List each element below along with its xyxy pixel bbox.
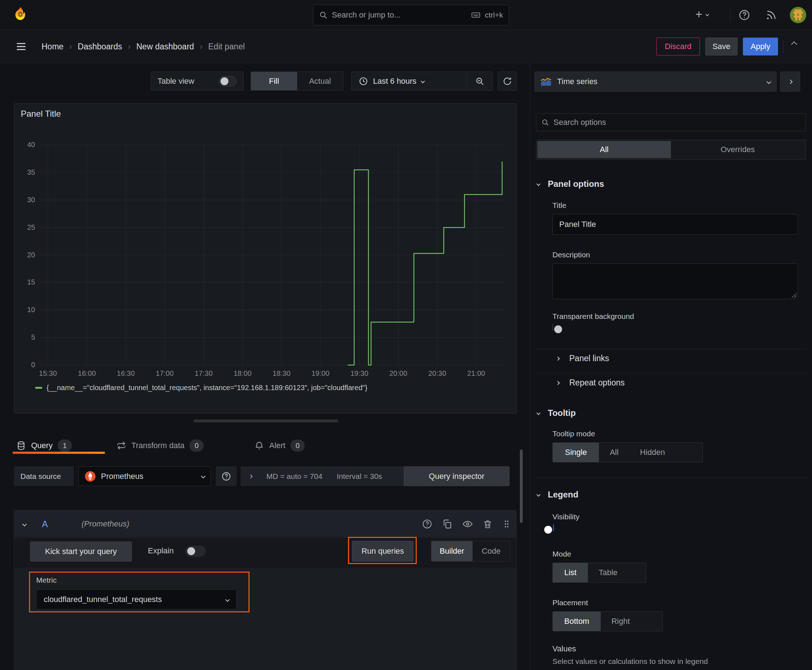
panel-resize-handle[interactable] bbox=[193, 420, 338, 422]
transparent-bg-toggle[interactable] bbox=[553, 324, 553, 331]
time-range-picker[interactable]: Last 6 hours bbox=[352, 72, 467, 90]
visibility-label: Visibility bbox=[553, 513, 579, 521]
tab-alert[interactable]: Alert 0 bbox=[254, 440, 305, 452]
time-series-chart[interactable] bbox=[40, 142, 504, 365]
top-bar: Search or jump to... ctrl+k bbox=[0, 0, 812, 30]
tab-alert-label: Alert bbox=[269, 441, 285, 450]
collapse-header-button[interactable] bbox=[792, 42, 796, 47]
panel-title[interactable]: Panel Title bbox=[21, 109, 61, 119]
legend-series-name[interactable]: {__name__="cloudflared_tunnel_total_requ… bbox=[47, 384, 367, 392]
rss-icon bbox=[765, 9, 777, 21]
keyboard-icon bbox=[471, 10, 480, 20]
help-icon bbox=[738, 9, 751, 21]
tab-transform-data[interactable]: Transform data 0 bbox=[116, 440, 204, 452]
breadcrumb-home[interactable]: Home bbox=[42, 42, 63, 52]
y-tick-label: 30 bbox=[14, 196, 35, 204]
panel-options-header[interactable]: Panel options bbox=[537, 179, 604, 189]
query-inspector-button[interactable]: Query inspector bbox=[404, 466, 509, 486]
menu-toggle-button[interactable] bbox=[16, 42, 27, 51]
zoom-out-icon bbox=[475, 76, 485, 86]
time-controls: Last 6 hours bbox=[351, 71, 493, 91]
query-row-actions bbox=[422, 510, 511, 538]
drag-query-handle[interactable] bbox=[502, 519, 511, 530]
promql-builder: Metric cloudflared_tunnel_total_requests… bbox=[14, 568, 517, 670]
placement-right-option[interactable]: Right bbox=[601, 612, 641, 631]
metric-value: cloudflared_tunnel_total_requests bbox=[44, 595, 226, 604]
resize-handle-icon[interactable] bbox=[792, 293, 797, 298]
tab-query[interactable]: Query 1 bbox=[16, 440, 72, 452]
run-queries-button[interactable]: Run queries bbox=[352, 541, 414, 562]
discard-button[interactable]: Discard bbox=[656, 37, 700, 56]
table-view-toggle[interactable] bbox=[219, 76, 237, 86]
remove-query-button[interactable] bbox=[483, 519, 493, 530]
panel: Panel Title {__name__="cloudflared_tunne… bbox=[14, 103, 517, 413]
global-search[interactable]: Search or jump to... ctrl+k bbox=[313, 5, 509, 25]
query-help-button[interactable] bbox=[422, 519, 432, 530]
datasource-help-button[interactable] bbox=[216, 466, 237, 486]
collapse-options-button[interactable] bbox=[780, 71, 800, 91]
placement-bottom-option[interactable]: Bottom bbox=[553, 612, 601, 631]
legend-list-option[interactable]: List bbox=[553, 563, 588, 582]
eye-icon bbox=[462, 519, 473, 530]
legend-table-option[interactable]: Table bbox=[588, 563, 628, 582]
tooltip-hidden-option[interactable]: Hidden bbox=[629, 443, 676, 462]
actual-option[interactable]: Actual bbox=[297, 72, 343, 90]
datasource-picker[interactable]: Prometheus bbox=[78, 466, 211, 486]
y-tick-label: 20 bbox=[14, 251, 35, 259]
scrollbar-thumb[interactable] bbox=[520, 450, 523, 523]
builder-option[interactable]: Builder bbox=[431, 541, 473, 561]
explain-toggle[interactable] bbox=[185, 546, 205, 557]
visualization-picker[interactable]: Time series bbox=[534, 71, 776, 91]
hide-query-button[interactable] bbox=[462, 519, 473, 530]
datasource-label: Data source bbox=[14, 466, 74, 486]
search-shortcut: ctrl+k bbox=[485, 11, 503, 19]
title-input[interactable] bbox=[553, 214, 798, 235]
hamburger-icon bbox=[16, 42, 27, 51]
table-view-control: Table view bbox=[151, 71, 244, 91]
tooltip-all-option[interactable]: All bbox=[599, 443, 629, 462]
code-option[interactable]: Code bbox=[473, 541, 510, 561]
tab-all[interactable]: All bbox=[537, 141, 671, 158]
save-button[interactable]: Save bbox=[705, 37, 737, 56]
search-placeholder: Search or jump to... bbox=[332, 10, 467, 20]
y-tick-label: 10 bbox=[14, 306, 35, 314]
y-tick-label: 25 bbox=[14, 223, 35, 232]
new-menu-button[interactable] bbox=[694, 9, 709, 19]
refresh-button[interactable] bbox=[498, 71, 517, 91]
kick-start-button[interactable]: Kick start your query bbox=[30, 541, 132, 562]
tab-query-badge: 1 bbox=[58, 440, 72, 452]
fill-option[interactable]: Fill bbox=[251, 72, 297, 90]
legend: {__name__="cloudflared_tunnel_total_requ… bbox=[35, 384, 367, 392]
x-tick-label: 16:30 bbox=[113, 369, 138, 377]
tooltip-header[interactable]: Tooltip bbox=[537, 408, 576, 418]
apply-button[interactable]: Apply bbox=[743, 37, 778, 56]
breadcrumb-dashboards[interactable]: Dashboards bbox=[63, 42, 122, 52]
topbar-divider bbox=[731, 8, 731, 22]
grip-icon bbox=[502, 519, 511, 530]
grafana-logo-icon[interactable] bbox=[12, 6, 29, 24]
zoom-out-button[interactable] bbox=[467, 72, 492, 90]
legend-header[interactable]: Legend bbox=[537, 490, 578, 500]
query-options-row[interactable]: MD = auto = 704 Interval = 30s bbox=[241, 466, 412, 486]
help-button[interactable] bbox=[738, 9, 751, 21]
news-feed-button[interactable] bbox=[765, 9, 777, 21]
series-line bbox=[348, 161, 502, 365]
avatar[interactable] bbox=[790, 7, 806, 23]
clock-icon bbox=[359, 76, 368, 86]
y-tick-label: 40 bbox=[14, 140, 35, 149]
chevron-down-icon bbox=[421, 79, 425, 83]
breadcrumb-new-dashboard[interactable]: New dashboard bbox=[122, 42, 194, 52]
chevron-right-icon bbox=[249, 474, 253, 478]
tooltip-single-option[interactable]: Single bbox=[553, 443, 599, 462]
options-search[interactable]: Search options bbox=[536, 113, 806, 131]
tab-overrides[interactable]: Overrides bbox=[671, 141, 805, 158]
repeat-options-section[interactable]: Repeat options bbox=[556, 378, 625, 387]
visibility-toggle[interactable] bbox=[553, 524, 554, 531]
prometheus-icon bbox=[85, 470, 96, 482]
duplicate-query-button[interactable] bbox=[442, 519, 453, 530]
panel-links-section[interactable]: Panel links bbox=[556, 354, 609, 363]
description-input[interactable] bbox=[553, 264, 798, 299]
repeat-options-label: Repeat options bbox=[569, 378, 625, 387]
x-tick-label: 16:00 bbox=[75, 369, 100, 377]
metric-select[interactable]: cloudflared_tunnel_total_requests bbox=[36, 589, 237, 609]
